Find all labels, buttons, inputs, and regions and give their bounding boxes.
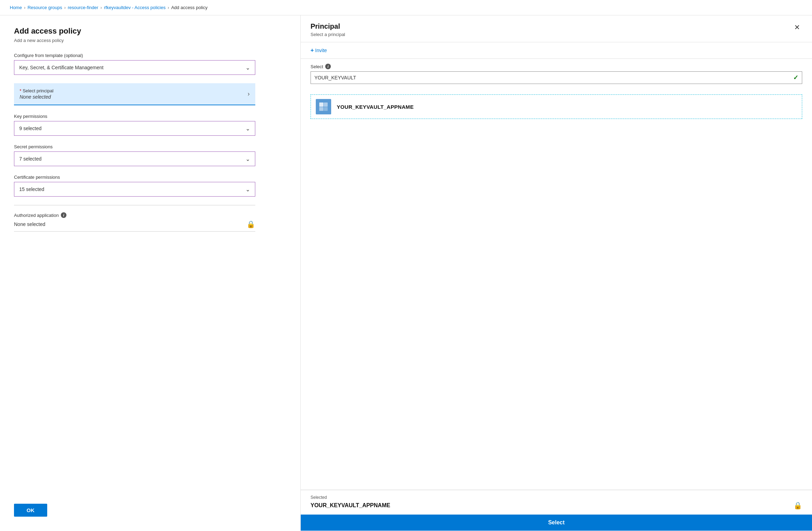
- secret-permissions-dropdown[interactable]: 7 selected ⌄: [14, 151, 255, 166]
- secret-permissions-section: Secret permissions 7 selected ⌄: [14, 144, 286, 166]
- breadcrumb-sep-2: ›: [64, 5, 66, 10]
- select-principal-content: * Select principal None selected: [20, 88, 54, 100]
- result-item-name: YOUR_KEYVAULT_APPNAME: [337, 104, 414, 110]
- page-title: Add access policy: [14, 27, 286, 36]
- secret-permissions-value: 7 selected: [19, 156, 42, 162]
- breadcrumb: Home › Resource groups › resource-finder…: [0, 0, 812, 15]
- secret-chevron-down-icon: ⌄: [245, 156, 250, 162]
- key-permissions-label: Key permissions: [14, 114, 286, 119]
- template-dropdown[interactable]: Key, Secret, & Certificate Management ⌄: [14, 60, 255, 75]
- search-section: Select i ✓: [301, 59, 812, 89]
- authorized-app-row: None selected 🔒: [14, 220, 255, 232]
- breadcrumb-resource-groups[interactable]: Resource groups: [28, 5, 62, 10]
- principal-subtitle: Select a principal: [311, 32, 345, 37]
- right-panel: Principal Select a principal ✕ + Invite …: [301, 15, 812, 531]
- invite-label: Invite: [315, 48, 327, 53]
- svg-rect-1: [324, 102, 328, 107]
- invite-row: + Invite: [301, 42, 812, 59]
- search-input[interactable]: [314, 75, 793, 80]
- cert-permissions-label: Certificate permissions: [14, 175, 286, 180]
- cert-permissions-section: Certificate permissions 15 selected ⌄: [14, 175, 286, 197]
- cert-permissions-dropdown[interactable]: 15 selected ⌄: [14, 182, 255, 197]
- template-section: Configure from template (optional) Key, …: [14, 53, 286, 75]
- breadcrumb-home[interactable]: Home: [10, 5, 22, 10]
- breadcrumb-resource-finder[interactable]: resource-finder: [68, 5, 98, 10]
- select-principal-label: * Select principal: [20, 88, 54, 93]
- selected-row: YOUR_KEYVAULT_APPNAME 🔒: [311, 501, 802, 510]
- authorized-app-section: Authorized application i None selected 🔒: [14, 212, 255, 232]
- result-item-icon: [316, 99, 331, 114]
- cert-chevron-down-icon: ⌄: [245, 186, 250, 193]
- principal-header-content: Principal Select a principal: [311, 22, 345, 37]
- select-principal-row[interactable]: * Select principal None selected ›: [14, 83, 255, 105]
- close-button[interactable]: ✕: [792, 22, 802, 32]
- required-star: *: [20, 88, 23, 93]
- key-chevron-down-icon: ⌄: [245, 125, 250, 132]
- template-label: Configure from template (optional): [14, 53, 286, 58]
- main-layout: Add access policy Add a new access polic…: [0, 15, 812, 531]
- principal-title: Principal: [311, 22, 345, 30]
- left-panel: Add access policy Add a new access polic…: [0, 15, 301, 531]
- select-principal-value: None selected: [20, 94, 54, 100]
- search-info-icon[interactable]: i: [325, 64, 331, 69]
- search-label: Select i: [311, 64, 802, 69]
- divider: [14, 205, 255, 205]
- breadcrumb-access-policies[interactable]: rfkeyvaultdev - Access policies: [104, 5, 165, 10]
- selected-lock-icon: 🔒: [793, 501, 802, 510]
- app-icon: [319, 102, 328, 112]
- template-value: Key, Secret, & Certificate Management: [19, 65, 104, 70]
- result-item[interactable]: YOUR_KEYVAULT_APPNAME: [311, 94, 802, 119]
- select-button[interactable]: Select: [301, 515, 812, 531]
- ok-button[interactable]: OK: [14, 504, 47, 517]
- breadcrumb-sep-3: ›: [100, 5, 102, 10]
- check-icon: ✓: [793, 74, 798, 82]
- results-area: YOUR_KEYVAULT_APPNAME: [301, 89, 812, 490]
- key-permissions-value: 9 selected: [19, 126, 42, 131]
- svg-rect-3: [324, 107, 328, 111]
- authorized-app-value: None selected: [14, 221, 45, 227]
- cert-permissions-value: 15 selected: [19, 186, 44, 192]
- key-permissions-dropdown[interactable]: 9 selected ⌄: [14, 121, 255, 136]
- invite-button[interactable]: + Invite: [311, 47, 327, 54]
- info-icon[interactable]: i: [61, 212, 66, 218]
- breadcrumb-current: Add access policy: [171, 5, 207, 10]
- key-permissions-section: Key permissions 9 selected ⌄: [14, 114, 286, 136]
- search-input-wrapper[interactable]: ✓: [311, 71, 802, 84]
- selected-section: Selected YOUR_KEYVAULT_APPNAME 🔒: [301, 490, 812, 515]
- selected-label: Selected: [311, 495, 802, 500]
- page-subtitle: Add a new access policy: [14, 38, 286, 43]
- chevron-down-icon: ⌄: [245, 64, 250, 71]
- plus-icon: +: [311, 47, 314, 54]
- svg-rect-0: [319, 102, 323, 107]
- right-panel-header: Principal Select a principal ✕: [301, 15, 812, 42]
- authorized-app-label: Authorized application i: [14, 212, 255, 218]
- selected-value: YOUR_KEYVAULT_APPNAME: [311, 502, 390, 509]
- lock-icon: 🔒: [247, 220, 255, 228]
- secret-permissions-label: Secret permissions: [14, 144, 286, 149]
- breadcrumb-sep-4: ›: [168, 5, 169, 10]
- chevron-right-icon: ›: [248, 90, 250, 98]
- svg-rect-2: [319, 107, 323, 111]
- breadcrumb-sep-1: ›: [24, 5, 26, 10]
